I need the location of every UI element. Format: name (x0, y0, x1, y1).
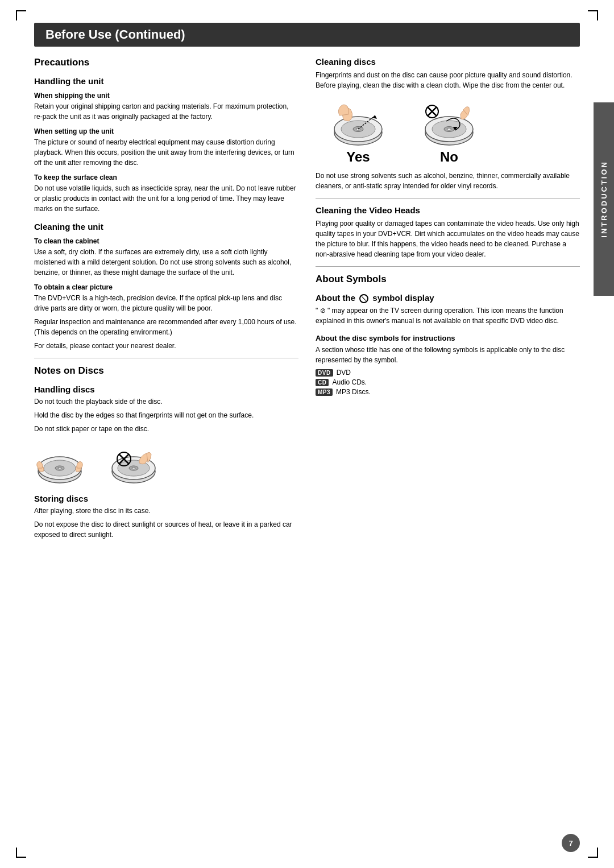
surface-clean-text: Do not use volatile liquids, such as ins… (34, 183, 298, 214)
corner-tr (588, 10, 598, 20)
good-disc-svg (34, 443, 85, 486)
corner-tl (16, 10, 26, 20)
no-disc-svg (418, 98, 480, 147)
cleaning-discs-text: Fingerprints and dust on the disc can ca… (316, 70, 580, 90)
clear-picture-text2: Regular inspection and maintenance are r… (34, 317, 298, 337)
yes-label: Yes (346, 149, 370, 165)
handling-discs-line1: Do not touch the playback side of the di… (34, 396, 298, 407)
when-setting-up-heading: When setting up the unit (34, 127, 298, 135)
cd-label: Audio CDs. (332, 378, 367, 386)
good-disc-illustration (34, 443, 85, 486)
symbol-display-title: About the symbol display (316, 293, 580, 303)
handling-discs-line3: Do not stick paper or tape on the disc. (34, 424, 298, 434)
notes-on-discs-title: Notes on Discs (34, 365, 298, 377)
clear-picture-text3: For details, please contact your nearest… (34, 341, 298, 351)
storing-discs-title: Storing discs (34, 494, 298, 503)
precautions-title: Precautions (34, 57, 298, 68)
corner-br (588, 848, 598, 858)
cleaning-video-heads-title: Cleaning the Video Heads (316, 205, 580, 215)
disc-symbols-text: A section whose title has one of the fol… (316, 345, 580, 365)
surface-clean-heading: To keep the surface clean (34, 173, 298, 181)
format-list: DVD DVD CD Audio CDs. MP3 MP3 Discs. (316, 369, 580, 396)
mp3-label: MP3 Discs. (336, 388, 371, 396)
cleaning-discs-warning: Do not use strong solvents such as alcoh… (316, 171, 580, 191)
symbol-display-text: " ⊘ " may appear on the TV screen during… (316, 305, 580, 326)
storing-discs-line1: After playing, store the disc in its cas… (34, 506, 298, 516)
page-wrapper: INTRODUCTION 7 Before Use (Continued) Pr… (0, 0, 614, 868)
cleaning-video-heads-text: Playing poor quality or damaged tapes ca… (316, 218, 580, 259)
format-cd: CD Audio CDs. (316, 378, 580, 386)
when-shipping-heading: When shipping the unit (34, 92, 298, 100)
handling-unit-title: Handling the unit (34, 76, 298, 86)
handling-discs-title: Handling discs (34, 385, 298, 394)
svg-point-4 (58, 468, 61, 469)
cleaning-unit-title: Cleaning the unit (34, 222, 298, 232)
yes-illustration: Yes (327, 98, 389, 165)
format-mp3: MP3 MP3 Discs. (316, 388, 580, 396)
handling-discs-line2: Hold the disc by the edges so that finge… (34, 410, 298, 420)
disc-illustrations (34, 443, 298, 486)
about-symbols-title: About Symbols (316, 274, 580, 285)
svg-point-9 (132, 468, 135, 469)
divider-1 (34, 358, 298, 358)
clean-cabinet-text: Use a soft, dry cloth. If the surfaces a… (34, 247, 298, 278)
divider-2 (316, 198, 580, 199)
two-column-layout: Precautions Handling the unit When shipp… (34, 57, 580, 543)
clear-picture-text1: The DVD+VCR is a high-tech, precision de… (34, 293, 298, 313)
format-dvd: DVD DVD (316, 369, 580, 377)
no-label: No (440, 149, 458, 165)
yes-disc-svg (327, 98, 389, 147)
svg-marker-19 (372, 115, 377, 119)
dvd-badge: DVD (316, 369, 333, 377)
side-tab: INTRODUCTION (594, 102, 614, 296)
circle-prohibition-icon (359, 294, 368, 303)
storing-discs-line2: Do not expose the disc to direct sunligh… (34, 519, 298, 540)
left-column: Precautions Handling the unit When shipp… (34, 57, 298, 543)
bad-disc-illustration (108, 443, 159, 486)
right-column: Cleaning discs Fingerprints and dust on … (316, 57, 580, 543)
page-number-badge: 7 (562, 834, 580, 852)
corner-bl (16, 848, 26, 858)
yes-no-illustrations: Yes (327, 98, 580, 165)
svg-point-24 (447, 128, 451, 130)
dvd-label: DVD (337, 369, 351, 377)
page-number: 7 (569, 839, 572, 848)
when-setting-up-text: The picture or sound of nearby electrica… (34, 137, 298, 168)
page-title: Before Use (Continued) (34, 23, 580, 47)
cleaning-discs-title: Cleaning discs (316, 57, 580, 67)
side-tab-label: INTRODUCTION (600, 160, 608, 238)
no-illustration: No (418, 98, 480, 165)
mp3-badge: MP3 (316, 388, 333, 396)
cd-badge: CD (316, 379, 329, 386)
divider-3 (316, 266, 580, 267)
clear-picture-heading: To obtain a clear picture (34, 283, 298, 291)
disc-symbols-title: About the disc symbols for instructions (316, 334, 580, 342)
bad-disc-svg (108, 443, 159, 486)
clean-cabinet-heading: To clean the cabinet (34, 237, 298, 245)
when-shipping-text: Retain your original shipping carton and… (34, 101, 298, 122)
